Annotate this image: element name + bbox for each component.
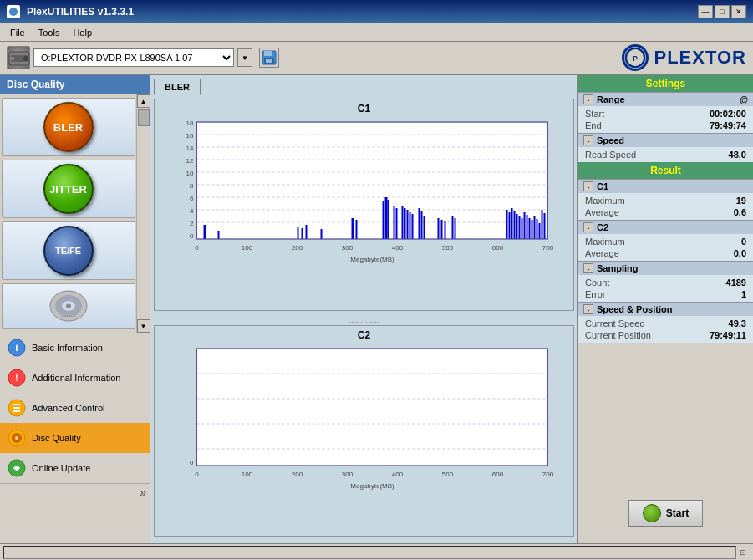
c2-chart-panel: C2 0 0 (154, 325, 574, 537)
bler-icon-item[interactable]: BLER (2, 98, 135, 156)
menubar: File Tools Help (0, 23, 753, 42)
c1-result-toggle[interactable]: - (583, 181, 593, 191)
bler-button[interactable]: BLER (43, 102, 94, 152)
svg-text:2: 2 (190, 220, 194, 227)
svg-text:0: 0 (195, 244, 199, 252)
c2-maximum-label: Maximum (585, 237, 625, 247)
tab-bler[interactable]: BLER (154, 79, 201, 95)
jitter-button[interactable]: JITTER (43, 164, 94, 214)
svg-text:12: 12 (186, 157, 194, 165)
svg-rect-60 (306, 225, 308, 239)
c2-average-label: Average (585, 248, 619, 258)
c2-result-label: C2 (597, 222, 608, 232)
speed-section-header[interactable]: - Speed (578, 133, 753, 147)
c1-average-row: Average 0,6 (585, 206, 746, 218)
tefe-icon-item[interactable]: TE/FE (2, 221, 135, 280)
close-button[interactable]: ✕ (731, 5, 746, 18)
speed-position-toggle[interactable]: - (583, 304, 593, 314)
c2-average-row: Average 0,0 (585, 247, 746, 259)
menu-help[interactable]: Help (66, 26, 99, 39)
svg-text:Megabyte(MB): Megabyte(MB) (350, 482, 394, 490)
tefe-button[interactable]: TE/FE (43, 226, 94, 276)
svg-rect-93 (534, 216, 536, 239)
sidebar-item-basic-information[interactable]: i Basic Information (0, 333, 150, 363)
sidebar-item-online-update[interactable]: Online Update (0, 453, 150, 483)
settings-header: Settings (578, 75, 753, 92)
additional-info-icon: ! (7, 368, 27, 388)
svg-rect-67 (394, 206, 395, 239)
scroll-down-arrow[interactable]: ▼ (137, 319, 150, 333)
toolbar: O:PLEXTOR DVDR PX-L890SA 1.07 ▼ P PLEXTO… (0, 42, 753, 75)
c2-chart-svg: 0 0 100 200 300 400 500 600 700 Megabyte… (161, 344, 567, 491)
svg-text:300: 300 (342, 471, 354, 478)
speed-position-content: Current Speed 49,3 Current Position 79:4… (578, 316, 753, 343)
content-area: BLER C1 (150, 75, 753, 543)
sidebar-item-advanced-control[interactable]: Advanced Control (0, 393, 150, 423)
jitter-icon-item[interactable]: JITTER (2, 160, 135, 218)
online-update-icon (7, 458, 27, 478)
disc4-icon-item[interactable]: ........... (2, 283, 135, 329)
speed-position-section-header[interactable]: - Speed & Position (578, 302, 753, 316)
svg-rect-84 (511, 208, 513, 239)
start-button[interactable]: Start (628, 500, 703, 527)
titlebar-left: PlexUTILITIES v1.3.3.1 (7, 5, 134, 18)
sampling-error-value: 1 (741, 289, 746, 299)
maximize-button[interactable]: □ (715, 5, 730, 18)
svg-point-0 (9, 8, 18, 16)
svg-text:200: 200 (292, 471, 303, 478)
c2-maximum-row: Maximum 0 (585, 236, 746, 247)
sidebar-item-additional-information[interactable]: ! Additional Information (0, 363, 150, 393)
svg-rect-82 (506, 210, 508, 239)
svg-rect-90 (527, 215, 528, 239)
disc-quality-label: Disc Quality (32, 433, 81, 443)
sampling-toggle[interactable]: - (583, 263, 593, 273)
separator-dots: ............. (154, 315, 574, 324)
app-icon (7, 5, 20, 18)
svg-text:!: ! (15, 374, 18, 383)
svg-rect-66 (388, 200, 389, 239)
sampling-count-value: 4189 (726, 277, 746, 288)
svg-rect-22 (13, 407, 20, 409)
current-position-row: Current Position 79:49:11 (585, 329, 746, 341)
range-section-header[interactable]: - Range @ (578, 92, 753, 106)
svg-rect-94 (537, 219, 538, 239)
range-end-row: End 79:49:74 (585, 120, 746, 131)
svg-rect-89 (524, 212, 526, 239)
start-button-label: Start (666, 507, 689, 519)
advanced-control-icon (7, 398, 27, 418)
svg-rect-62 (352, 218, 354, 239)
c2-result-section-header[interactable]: - C2 (578, 220, 753, 234)
range-toggle[interactable]: - (583, 94, 593, 104)
minimize-button[interactable]: — (698, 5, 713, 18)
svg-rect-61 (321, 229, 323, 239)
svg-text:18: 18 (186, 120, 194, 127)
sampling-count-row: Count 4189 (585, 277, 746, 288)
svg-text:400: 400 (392, 244, 404, 252)
titlebar-buttons: — □ ✕ (698, 5, 746, 18)
c2-result-toggle[interactable]: - (583, 222, 593, 232)
menu-file[interactable]: File (3, 26, 32, 39)
svg-point-3 (23, 56, 28, 61)
svg-rect-72 (410, 212, 411, 239)
speed-toggle[interactable]: - (583, 135, 593, 145)
sidebar-item-disc-quality[interactable]: Disc Quality (0, 423, 150, 453)
c1-svg-container: 18 16 14 12 10 8 6 4 2 0 0 100 (155, 118, 573, 272)
c1-chart-svg: 18 16 14 12 10 8 6 4 2 0 0 100 (161, 118, 567, 264)
scroll-thumb[interactable] (138, 109, 150, 126)
sampling-section-header[interactable]: - Sampling (578, 261, 753, 275)
titlebar: PlexUTILITIES v1.3.3.1 — □ ✕ (0, 0, 753, 23)
scroll-up-arrow[interactable]: ▲ (137, 94, 150, 108)
main-container: Disc Quality BLER JITTER TE/FE (0, 75, 753, 543)
speed-section-content: Read Speed 48,0 (578, 147, 753, 162)
svg-text:0: 0 (190, 232, 194, 240)
resize-grip[interactable]: ⊡ (736, 546, 750, 559)
read-speed-value: 48,0 (729, 150, 746, 160)
menu-tools[interactable]: Tools (32, 26, 67, 39)
sidebar-expand-button[interactable]: » (140, 486, 146, 499)
svg-text:Megabyte(MB): Megabyte(MB) (350, 256, 394, 263)
drive-dropdown-button[interactable]: ▼ (237, 48, 252, 67)
drive-select[interactable]: O:PLEXTOR DVDR PX-L890SA 1.07 (33, 48, 234, 67)
svg-rect-69 (402, 206, 404, 239)
c1-result-section-header[interactable]: - C1 (578, 179, 753, 193)
save-button[interactable] (259, 48, 279, 68)
